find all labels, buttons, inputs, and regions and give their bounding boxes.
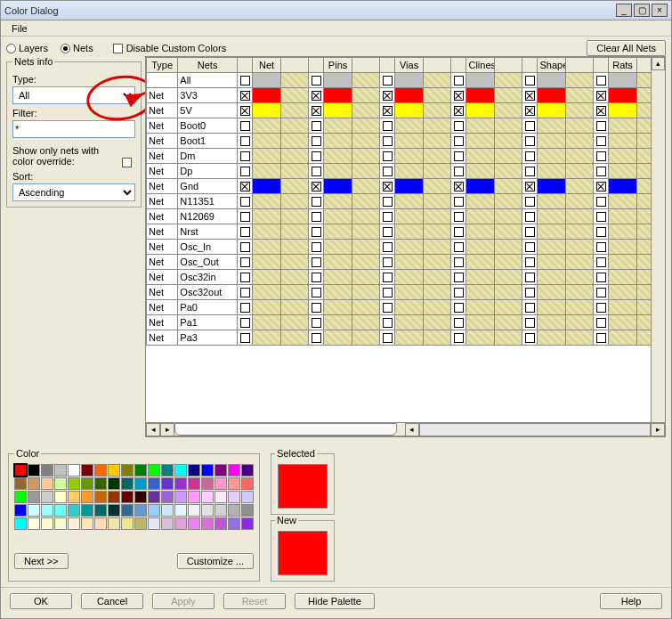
color-swatch[interactable] <box>228 477 240 490</box>
row-color-swatch[interactable] <box>466 285 494 300</box>
row-checkbox[interactable] <box>237 103 253 118</box>
row-checkbox[interactable] <box>522 149 538 164</box>
row-color-swatch[interactable] <box>253 224 280 240</box>
row-checkbox[interactable] <box>450 330 466 346</box>
color-swatch[interactable] <box>201 504 214 517</box>
row-checkbox[interactable] <box>593 300 609 315</box>
row-color-swatch[interactable] <box>609 330 636 346</box>
table-row[interactable]: NetBoot0 <box>147 118 665 134</box>
color-swatch[interactable] <box>81 517 93 530</box>
row-checkbox[interactable] <box>593 164 609 179</box>
color-swatch[interactable] <box>41 504 53 517</box>
maximize-button[interactable]: ▢ <box>634 4 650 17</box>
row-checkbox[interactable] <box>237 330 253 346</box>
row-checkbox[interactable] <box>450 164 466 179</box>
color-swatch[interactable] <box>228 491 240 503</box>
row-checkbox[interactable] <box>450 270 466 285</box>
row-color-swatch[interactable] <box>466 315 494 330</box>
table-row[interactable]: NetDp <box>147 164 665 179</box>
color-swatch[interactable] <box>68 464 80 476</box>
row-checkbox[interactable] <box>379 270 395 285</box>
table-row[interactable]: NetN11351 <box>147 194 665 209</box>
row-checkbox[interactable] <box>450 88 466 103</box>
table-row[interactable]: NetN12069 <box>147 209 665 224</box>
row-checkbox[interactable] <box>379 149 395 164</box>
row-checkbox[interactable] <box>522 315 538 330</box>
row-checkbox[interactable] <box>522 73 538 88</box>
color-swatch[interactable] <box>94 504 107 517</box>
color-swatch[interactable] <box>134 517 147 530</box>
color-swatch[interactable] <box>241 504 254 517</box>
row-checkbox[interactable] <box>450 118 466 134</box>
row-color-swatch[interactable] <box>253 209 280 224</box>
row-checkbox[interactable] <box>308 103 324 118</box>
row-color-swatch[interactable] <box>609 194 636 209</box>
row-color-swatch[interactable] <box>253 149 280 164</box>
radio-nets[interactable]: Nets <box>61 43 93 53</box>
row-color-swatch[interactable] <box>324 330 352 346</box>
color-swatch[interactable] <box>81 477 93 490</box>
row-color-swatch[interactable] <box>253 73 280 88</box>
row-color-swatch[interactable] <box>538 224 565 240</box>
color-swatch[interactable] <box>228 464 240 476</box>
sort-select[interactable]: Ascending <box>12 183 135 201</box>
scroll-left2-icon[interactable]: ◂ <box>405 423 419 436</box>
row-checkbox[interactable] <box>522 194 538 209</box>
table-row[interactable]: NetNrst <box>147 224 665 240</box>
row-checkbox[interactable] <box>308 255 324 270</box>
row-color-swatch[interactable] <box>538 149 565 164</box>
row-checkbox[interactable] <box>593 103 609 118</box>
row-color-swatch[interactable] <box>609 209 636 224</box>
row-color-swatch[interactable] <box>324 315 352 330</box>
row-checkbox[interactable] <box>450 255 466 270</box>
row-checkbox[interactable] <box>593 255 609 270</box>
row-color-swatch[interactable] <box>466 134 494 149</box>
row-color-swatch[interactable] <box>466 255 494 270</box>
color-swatch[interactable] <box>81 504 93 517</box>
color-swatch[interactable] <box>201 491 214 503</box>
row-checkbox[interactable] <box>379 240 395 255</box>
row-checkbox[interactable] <box>308 224 324 240</box>
row-checkbox[interactable] <box>593 179 609 194</box>
table-row[interactable]: NetDm <box>147 149 665 164</box>
row-color-swatch[interactable] <box>538 240 565 255</box>
table-row[interactable]: Net5V <box>147 103 665 118</box>
row-color-swatch[interactable] <box>324 134 352 149</box>
color-swatch[interactable] <box>28 491 40 503</box>
color-swatch[interactable] <box>134 464 147 476</box>
row-color-swatch[interactable] <box>609 240 636 255</box>
color-swatch[interactable] <box>14 477 27 490</box>
row-color-swatch[interactable] <box>538 179 565 194</box>
row-color-swatch[interactable] <box>609 255 636 270</box>
row-checkbox[interactable] <box>593 149 609 164</box>
table-row[interactable]: All <box>147 73 665 88</box>
row-color-swatch[interactable] <box>609 134 636 149</box>
row-checkbox[interactable] <box>237 224 253 240</box>
menu-file[interactable]: File <box>6 21 33 36</box>
color-swatch[interactable] <box>54 464 67 476</box>
color-swatch[interactable] <box>161 477 174 490</box>
row-checkbox[interactable] <box>450 134 466 149</box>
row-color-swatch[interactable] <box>466 209 494 224</box>
row-checkbox[interactable] <box>522 224 538 240</box>
row-checkbox[interactable] <box>593 73 609 88</box>
color-swatch[interactable] <box>134 504 147 517</box>
close-button[interactable]: × <box>652 4 668 17</box>
row-checkbox[interactable] <box>450 209 466 224</box>
color-swatch[interactable] <box>201 464 214 476</box>
color-swatch[interactable] <box>174 504 187 517</box>
row-checkbox[interactable] <box>237 149 253 164</box>
color-swatch[interactable] <box>108 504 120 517</box>
row-checkbox[interactable] <box>593 134 609 149</box>
row-checkbox[interactable] <box>308 164 324 179</box>
row-checkbox[interactable] <box>379 88 395 103</box>
grid-vscroll[interactable]: ▴ <box>651 57 665 422</box>
ok-button[interactable]: OK <box>10 593 72 609</box>
row-checkbox[interactable] <box>308 179 324 194</box>
row-checkbox[interactable] <box>450 240 466 255</box>
next-button[interactable]: Next >> <box>14 553 69 569</box>
row-checkbox[interactable] <box>237 255 253 270</box>
row-color-swatch[interactable] <box>609 224 636 240</box>
row-color-swatch[interactable] <box>324 224 352 240</box>
row-color-swatch[interactable] <box>395 103 423 118</box>
